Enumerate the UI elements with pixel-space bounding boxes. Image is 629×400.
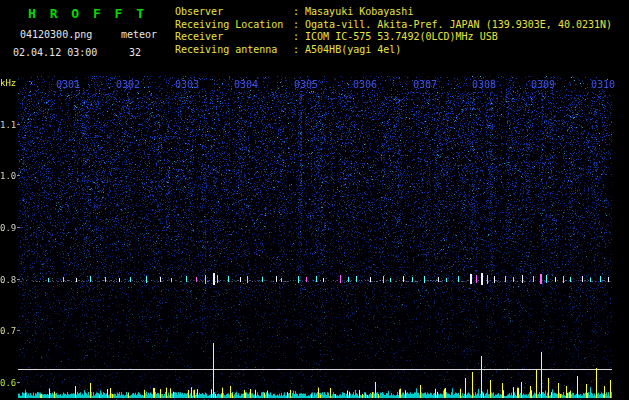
info-label: Observer [175, 6, 293, 19]
app-title: H R O F F T [28, 6, 147, 21]
frequency-axis-label: 0.6 [0, 378, 16, 388]
time-axis-label: 0305 [294, 79, 320, 90]
info-value: A504HB(yagi 4el) [305, 44, 401, 55]
info-row-receiver: Receiver:ICOM IC-575 53.7492(0LCD)MHz US… [175, 31, 612, 44]
info-colon: : [293, 31, 299, 44]
echo-count-label: 32 [129, 47, 141, 58]
frequency-axis-label: 0.7 [0, 326, 16, 336]
info-label: Receiving antenna [175, 44, 293, 57]
time-axis-label: 0302 [116, 79, 142, 90]
info-row-observer: Observer:Masayuki Kobayashi [175, 6, 612, 19]
time-axis-label: 0310 [591, 79, 617, 90]
info-colon: : [293, 6, 299, 19]
info-row-location: Receiving Location:Ogata-vill. Akita-Pre… [175, 19, 612, 32]
info-colon: : [293, 19, 299, 32]
info-value: Masayuki Kobayashi [305, 6, 413, 17]
frequency-axis-unit: kHz [0, 78, 16, 88]
info-label: Receiving Location [175, 19, 293, 32]
frequency-axis-label: 1.1 [0, 120, 16, 130]
filename-label: 04120300.png [20, 29, 92, 40]
time-axis-label: 0301 [56, 79, 82, 90]
frequency-axis-label: 0.8 [0, 275, 16, 285]
time-axis-label: 0307 [413, 79, 439, 90]
info-label: Receiver [175, 31, 293, 44]
time-axis-label: 0309 [531, 79, 557, 90]
info-value: Ogata-vill. Akita-Pref. JAPAN (139.9303E… [305, 19, 612, 30]
info-value: ICOM IC-575 53.7492(0LCD)MHz USB [305, 31, 498, 42]
info-colon: : [293, 44, 299, 57]
time-axis-label: 0303 [175, 79, 201, 90]
frequency-axis-label: 1.0 [0, 171, 16, 181]
datetime-label: 02.04.12 03:00 [13, 47, 97, 58]
mode-label: meteor [121, 29, 157, 40]
time-axis-label: 0304 [234, 79, 260, 90]
info-row-antenna: Receiving antenna:A504HB(yagi 4el) [175, 44, 612, 57]
time-axis-label: 0306 [353, 79, 379, 90]
spectrogram-canvas [18, 76, 612, 400]
station-info: Observer:Masayuki Kobayashi Receiving Lo… [175, 6, 612, 56]
plot-area: 0301 0302 0303 0304 0305 0306 0307 0308 … [0, 76, 629, 400]
frequency-axis-label: 0.9 [0, 223, 16, 233]
time-axis-label: 0308 [472, 79, 498, 90]
hrofft-screen: H R O F F T 04120300.png meteor 02.04.12… [0, 0, 629, 400]
